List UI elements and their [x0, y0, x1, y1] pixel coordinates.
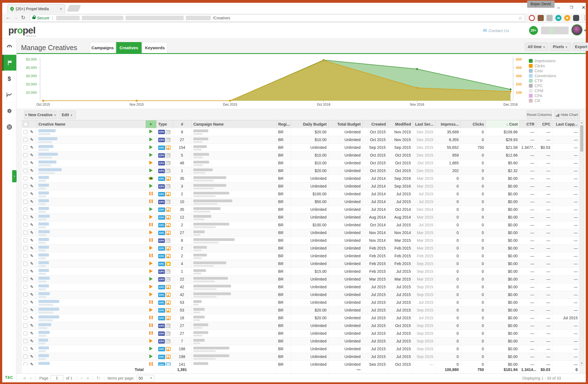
edit-pencil-icon[interactable]: ✎: [30, 246, 34, 250]
next-page-button[interactable]: ›: [81, 375, 82, 381]
extension-icon[interactable]: [573, 15, 579, 21]
tab-campaigns[interactable]: Campaigns: [90, 42, 115, 53]
reload-button[interactable]: ↻: [21, 14, 25, 21]
window-minimize-button[interactable]: –: [553, 3, 565, 12]
row-checkbox[interactable]: [24, 355, 27, 359]
name-cell[interactable]: [37, 190, 145, 198]
refresh-icon[interactable]: ↻: [97, 375, 100, 381]
edit-pencil-icon[interactable]: ✎: [30, 346, 34, 351]
row-checkbox[interactable]: [24, 161, 27, 165]
name-cell[interactable]: [37, 260, 145, 268]
name-cell[interactable]: [37, 213, 145, 221]
status-active-play-icon[interactable]: [149, 277, 153, 281]
name-cell[interactable]: [37, 151, 145, 159]
edit-pencil-icon[interactable]: ✎: [30, 315, 34, 320]
edit-pencil-icon[interactable]: ✎: [30, 284, 34, 289]
scroll-down-icon[interactable]: ▼: [580, 361, 584, 365]
edit-pencil-icon[interactable]: ✎: [30, 145, 34, 150]
status-play-icon[interactable]: [149, 215, 153, 219]
status-paused-icon[interactable]: [149, 362, 153, 366]
column-header-capp[interactable]: Last Capp...: [552, 120, 580, 128]
row-checkbox[interactable]: [24, 192, 27, 196]
row-checkbox[interactable]: [24, 269, 27, 273]
window-maximize-button[interactable]: ❐: [565, 3, 577, 12]
row-checkbox[interactable]: [24, 331, 27, 335]
row-checkbox[interactable]: [24, 207, 27, 211]
avatar[interactable]: [571, 24, 582, 35]
row-checkbox[interactable]: [24, 277, 27, 281]
row-checkbox[interactable]: [24, 130, 27, 134]
name-cell[interactable]: [37, 144, 145, 151]
status-active-play-icon[interactable]: [149, 354, 153, 358]
name-cell[interactable]: [37, 206, 145, 213]
row-checkbox[interactable]: [24, 347, 27, 351]
edit-pencil-icon[interactable]: ✎: [30, 199, 34, 204]
edit-pencil-icon[interactable]: ✎: [30, 168, 34, 173]
status-active-play-icon[interactable]: [149, 184, 153, 188]
status-paused-icon[interactable]: [149, 223, 153, 226]
edit-pencil-icon[interactable]: ✎: [30, 339, 34, 343]
legend-item-cost[interactable]: Cost: [529, 69, 543, 73]
row-checkbox[interactable]: [24, 215, 27, 219]
status-paused-icon[interactable]: [149, 316, 153, 319]
edit-pencil-icon[interactable]: ✎: [30, 160, 34, 165]
tab-close-icon[interactable]: ×: [60, 6, 62, 11]
address-bar[interactable]: Secure | /Creatives ☆: [30, 14, 525, 22]
name-cell[interactable]: [37, 167, 145, 175]
scrollbar-thumb[interactable]: [580, 125, 583, 152]
scroll-up-icon[interactable]: ▲: [580, 120, 584, 125]
edit-pencil-icon[interactable]: ✎: [30, 191, 34, 196]
table-scrollbar[interactable]: ▲ ▼: [579, 120, 584, 366]
pixels-dropdown[interactable]: Pixels ▼: [550, 43, 571, 51]
extension-camera-icon[interactable]: [547, 15, 553, 21]
name-cell[interactable]: [37, 229, 145, 237]
edit-pencil-icon[interactable]: ✎: [30, 253, 34, 258]
row-checkbox[interactable]: [24, 169, 27, 173]
terms-link[interactable]: T&C: [5, 375, 13, 380]
status-play-icon[interactable]: [149, 339, 153, 343]
row-checkbox[interactable]: [24, 285, 27, 289]
legend-item-cpc[interactable]: CPC: [529, 84, 543, 88]
status-active-play-icon[interactable]: [149, 168, 153, 172]
edit-pencil-icon[interactable]: ✎: [30, 292, 34, 297]
column-header-num[interactable]: #: [173, 120, 192, 128]
name-cell[interactable]: [37, 221, 145, 229]
row-checkbox[interactable]: [24, 262, 27, 266]
edit-pencil-icon[interactable]: ✎: [30, 331, 34, 336]
column-header-cpc[interactable]: CPC: [536, 120, 552, 128]
name-cell[interactable]: [37, 252, 145, 260]
bookmark-star-icon[interactable]: ☆: [518, 15, 522, 21]
legend-item-cr[interactable]: CR: [529, 98, 540, 103]
row-checkbox[interactable]: [24, 324, 27, 328]
status-paused-icon[interactable]: [149, 323, 153, 327]
row-checkbox[interactable]: [24, 362, 27, 366]
row-checkbox[interactable]: [24, 300, 27, 304]
legend-item-conversions[interactable]: Conversions: [529, 74, 556, 78]
edit-pencil-icon[interactable]: ✎: [30, 362, 34, 366]
sidebar-item-reports[interactable]: [2, 87, 16, 103]
contact-us-link[interactable]: ✉Contact Us: [483, 28, 509, 33]
legend-item-ctr[interactable]: CTR: [529, 79, 543, 83]
legend-item-cpa[interactable]: CPA: [529, 94, 542, 98]
name-cell[interactable]: [37, 291, 145, 299]
status-play-icon[interactable]: [149, 308, 153, 312]
name-cell[interactable]: [37, 198, 145, 206]
name-cell[interactable]: [37, 314, 145, 322]
tab-creatives[interactable]: Creatives: [116, 42, 142, 53]
edit-pencil-icon[interactable]: ✎: [30, 308, 34, 312]
reset-columns-button[interactable]: Reset Columns: [527, 111, 552, 119]
status-review-eye-icon[interactable]: [149, 177, 153, 180]
extension-icon[interactable]: [529, 15, 535, 21]
row-checkbox[interactable]: [24, 231, 27, 235]
status-play-icon[interactable]: [149, 230, 153, 234]
name-cell[interactable]: [37, 128, 145, 136]
legend-item-clicks[interactable]: Clicks: [529, 64, 545, 68]
sidebar-expander[interactable]: ›: [12, 170, 17, 182]
column-header-type[interactable]: Type: [157, 120, 173, 128]
status-paused-icon[interactable]: [149, 199, 153, 203]
edit-pencil-icon[interactable]: ✎: [30, 207, 34, 212]
legend-item-impressions[interactable]: Impressions: [529, 59, 555, 63]
new-creative-button[interactable]: + New Creative ▼: [24, 111, 57, 119]
edit-pencil-icon[interactable]: ✎: [30, 129, 34, 134]
status-play-icon[interactable]: [149, 292, 153, 296]
